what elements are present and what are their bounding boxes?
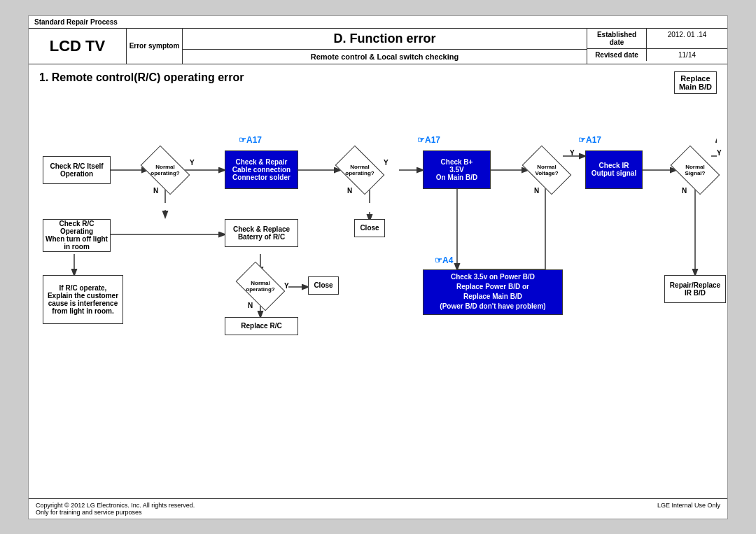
n3-label: N xyxy=(534,187,539,195)
footer: Copyright © 2012 LG Electronics. Inc. Al… xyxy=(29,498,727,519)
replace-main-bd-label: Replace Main B/D xyxy=(674,71,717,94)
revised-date-row: Revised date 11/14 xyxy=(587,49,727,61)
replace-rc-box: Replace R/C xyxy=(225,317,298,335)
normal-operating1-diamond: Normal operating? xyxy=(144,156,186,184)
y4-label: Y xyxy=(717,149,722,157)
header-middle: D. Function error Remote control & Local… xyxy=(183,29,587,64)
flowchart: ☞A17 ☞A17 ☞A17 ☞A4 Check R/C Itself Oper… xyxy=(39,94,717,388)
standard-repair-label: Standard Repair Process xyxy=(29,16,727,29)
section-title: 1. Remote control(R/C) operating error xyxy=(39,71,717,84)
internal-use-text: LGE Internal Use Only xyxy=(657,502,720,516)
y1-label: Y xyxy=(190,159,195,167)
check-35v-power-box: Check 3.5v on Power B/D Replace Power B/… xyxy=(423,269,563,315)
normal-signal-diamond: Normal Signal? xyxy=(674,156,716,184)
established-date-row: Established date 2012. 01 .14 xyxy=(587,29,727,49)
page: Standard Repair Process LCD TV Error sym… xyxy=(28,15,728,519)
n2-label: N xyxy=(347,187,352,195)
close2-box: Close xyxy=(308,276,339,295)
check-ir-box: Check IR Output signal xyxy=(585,150,643,189)
copyright-text: Copyright © 2012 LG Electronics. Inc. Al… xyxy=(36,502,195,516)
normal-operating2-diamond: Normal operating? xyxy=(339,156,381,184)
check-repair-cable-box: Check & Repair Cable connection Connecto… xyxy=(225,150,298,189)
header-right: Established date 2012. 01 .14 Revised da… xyxy=(587,29,727,64)
n1-label: N xyxy=(153,187,158,195)
normal-voltage-diamond: Normal Voltage? xyxy=(526,156,568,184)
revised-date-value: 11/14 xyxy=(647,49,727,61)
check-replace-battery-box: Check & Replace Baterry of R/C xyxy=(225,219,298,247)
y3-label: Y xyxy=(570,149,575,157)
a17-label-3: ☞A17 xyxy=(578,135,601,145)
function-error-title: D. Function error xyxy=(183,29,587,50)
flowchart-svg xyxy=(39,94,717,388)
a4-label: ☞A4 xyxy=(435,255,453,265)
error-symptom-label: Error symptom xyxy=(127,29,183,64)
a17-label-1: ☞A17 xyxy=(239,135,262,145)
if-rc-operate-box: If R/C operate, Explain the customer cau… xyxy=(43,275,123,324)
n4-label: N xyxy=(682,187,687,195)
n5-label: N xyxy=(248,302,253,309)
revised-date-label: Revised date xyxy=(587,49,647,61)
check-b-plus-box: Check B+ 3.5V On Main B/D xyxy=(423,150,491,189)
close1-box: Close xyxy=(354,219,385,237)
established-date-value: 2012. 01 .14 xyxy=(647,29,727,48)
header-subtitle: Remote control & Local switch checking xyxy=(183,50,587,64)
normal-operating3-diamond: Normal operating? xyxy=(239,272,281,300)
repair-replace-ir-box: Repair/Replace IR B/D xyxy=(664,275,726,303)
check-rc-operating-box: Check R/C Operating When turn off light … xyxy=(43,219,111,252)
lcd-tv-label: LCD TV xyxy=(29,29,127,64)
established-date-label: Established date xyxy=(587,29,647,48)
header-row: LCD TV Error symptom D. Function error R… xyxy=(29,29,727,64)
check-rc-itself-box: Check R/C Itself Operation xyxy=(43,156,111,184)
y2-label: Y xyxy=(384,159,388,167)
y5-label: Y xyxy=(284,282,289,290)
a17-label-2: ☞A17 xyxy=(417,135,440,145)
main-content: 1. Remote control(R/C) operating error R… xyxy=(29,64,727,498)
